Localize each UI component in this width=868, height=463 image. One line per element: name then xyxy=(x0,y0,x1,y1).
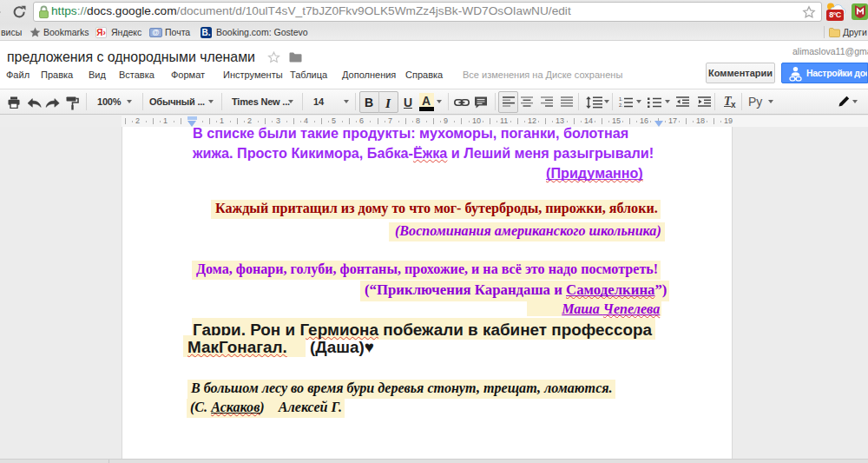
svg-text:1.: 1. xyxy=(619,96,623,102)
svg-text:2.: 2. xyxy=(619,103,623,108)
svg-text:@: @ xyxy=(152,28,159,36)
